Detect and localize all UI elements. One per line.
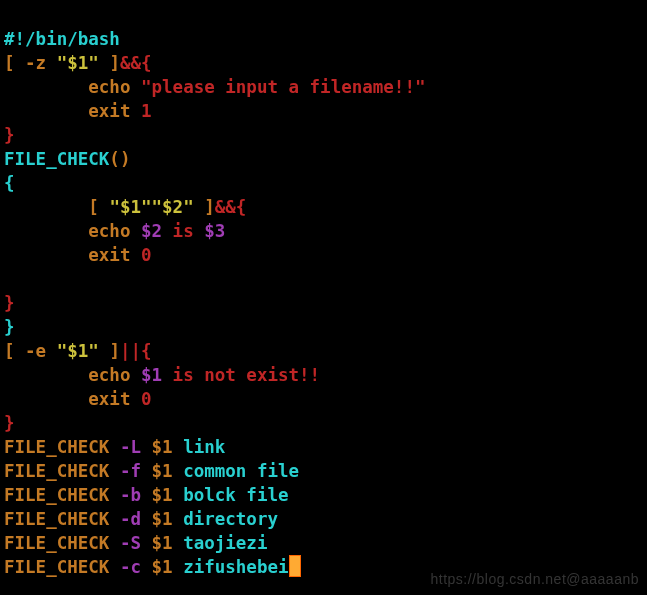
bracket-open: [	[4, 53, 15, 73]
code-block: #!/bin/bash [ -z "$1" ]&&{ echo "please …	[0, 0, 647, 595]
cursor-icon	[289, 555, 301, 577]
func-name: FILE_CHECK	[4, 149, 109, 169]
shebang: #!/bin/bash	[4, 29, 120, 49]
watermark-text: https://blog.csdn.net@aaaaanb	[430, 567, 639, 591]
